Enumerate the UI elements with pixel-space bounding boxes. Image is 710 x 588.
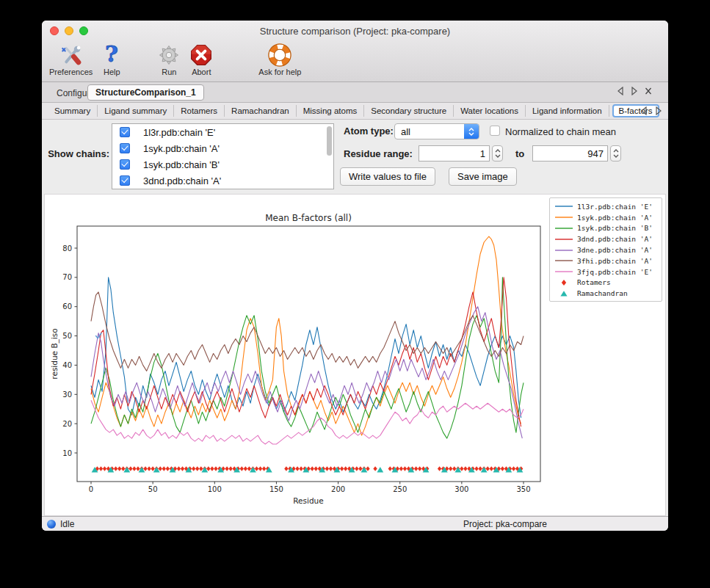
chain-list-item[interactable]: 1l3r.pdb:chain 'E': [112, 124, 333, 140]
write-values-button[interactable]: Write values to file: [340, 167, 435, 186]
chain-label: 1syk.pdb:chain 'A': [143, 143, 220, 154]
chevron-updown-icon: [464, 124, 479, 139]
abort-button[interactable]: Abort: [188, 43, 214, 76]
svg-text:Residue: Residue: [293, 496, 323, 505]
svg-text:200: 200: [331, 485, 345, 493]
atom-type-select[interactable]: all: [394, 123, 479, 139]
chain-checkbox[interactable]: [120, 159, 130, 170]
chain-checkbox[interactable]: [120, 143, 130, 153]
result-tab-bar: SummaryLigand summaryRotamersRamachandra…: [42, 103, 668, 120]
legend-entry: 1l3r.pdb:chain 'E': [554, 201, 658, 212]
tab-scroll-left-icon[interactable]: [617, 87, 624, 95]
status-indicator-icon: [47, 520, 56, 529]
tab-water-locations[interactable]: Water locations: [454, 105, 526, 117]
status-bar: Idle Project: pka-compare: [42, 516, 668, 531]
range-to-label: to: [515, 148, 524, 159]
svg-text:50: 50: [148, 485, 158, 493]
residue-range-to-input[interactable]: [533, 146, 607, 161]
preferences-button[interactable]: Preferences: [49, 43, 93, 76]
chain-checkbox[interactable]: [120, 175, 130, 186]
svg-text:300: 300: [454, 485, 468, 493]
residue-range-label: Residue range:: [344, 148, 413, 159]
tab-scroll-right-icon[interactable]: [631, 87, 638, 95]
legend-entry: 3dne.pdb:chain 'A': [554, 244, 658, 255]
tab-ligand-information[interactable]: Ligand information: [526, 105, 609, 117]
tab-structurecomparison-1[interactable]: StructureComparison_1: [87, 84, 204, 101]
subtab-scroll-right-icon[interactable]: [655, 106, 662, 115]
residue-range-from-wrap: [419, 145, 490, 161]
chain-label: 3dnd.pdb:chain 'A': [143, 175, 221, 186]
residue-range-from-input[interactable]: [419, 146, 489, 161]
tab-summary[interactable]: Summary: [48, 105, 98, 117]
tab-ramachandran[interactable]: Ramachandran: [225, 105, 297, 117]
gear-icon: [156, 43, 182, 68]
svg-text:80: 80: [62, 244, 72, 253]
legend-entry: 3fjq.pdb:chain 'E': [554, 266, 658, 277]
chain-checkbox[interactable]: [120, 127, 130, 137]
stop-icon: [188, 43, 214, 68]
svg-text:20: 20: [62, 420, 72, 428]
list-scrollbar[interactable]: [325, 125, 333, 189]
residue-from-stepper[interactable]: [492, 145, 503, 161]
help-button[interactable]: ? Help: [98, 43, 125, 76]
svg-text:100: 100: [208, 485, 222, 493]
toolbar-item-label: Ask for help: [258, 68, 301, 76]
svg-text:residue B_iso: residue B_iso: [50, 328, 59, 379]
plot-panel: Mean B-factors (all)Residueresidue B_iso…: [44, 194, 666, 516]
chain-label: 1syk.pdb:chain 'B': [143, 159, 220, 170]
window-title: Structure comparison (Project: pka-compa…: [42, 26, 668, 37]
svg-text:?: ?: [105, 43, 118, 67]
normalized-label: Normalized to chain mean: [505, 126, 616, 137]
toolbar-item-label: Preferences: [49, 68, 93, 76]
title-bar[interactable]: Structure comparison (Project: pka-compa…: [42, 21, 668, 42]
atom-type-value: all: [401, 126, 410, 137]
show-chains-list[interactable]: 1l3r.pdb:chain 'E'1syk.pdb:chain 'A'1syk…: [112, 123, 334, 189]
svg-text:30: 30: [62, 391, 72, 399]
legend-entry: 3dnd.pdb:chain 'A': [554, 233, 658, 244]
chain-list-item[interactable]: 3dnd.pdb:chain 'A': [112, 173, 333, 189]
toolbar-item-label: Help: [104, 68, 120, 76]
save-image-button[interactable]: Save image: [449, 167, 517, 186]
svg-text:10: 10: [62, 449, 72, 457]
residue-to-stepper[interactable]: [610, 145, 621, 161]
atom-type-label: Atom type:: [344, 126, 394, 137]
subtab-scroll-left-icon[interactable]: [640, 106, 648, 115]
svg-text:50: 50: [62, 332, 72, 340]
residue-range-to-wrap: [532, 145, 608, 161]
window-tab-bar: Configure StructureComparison_1: [42, 82, 668, 103]
controls-panel: Show chains: 1l3r.pdb:chain 'E'1syk.pdb:…: [42, 120, 668, 194]
svg-text:Mean B-factors (all): Mean B-factors (all): [265, 213, 352, 223]
svg-text:60: 60: [62, 302, 72, 311]
chart-legend: 1l3r.pdb:chain 'E'1syk.pdb:chain 'A'1syk…: [549, 197, 662, 302]
svg-text:250: 250: [393, 485, 407, 493]
legend-entry: 3fhi.pdb:chain 'A': [554, 255, 658, 266]
legend-entry: 1syk.pdb:chain 'B': [554, 223, 658, 234]
toolbar-item-label: Abort: [192, 68, 211, 76]
chain-list-item[interactable]: 1syk.pdb:chain 'A': [112, 140, 333, 156]
chain-label: 1l3r.pdb:chain 'E': [143, 127, 215, 138]
legend-entry: 1syk.pdb:chain 'A': [554, 212, 658, 223]
tools-icon: [58, 43, 84, 68]
app-window: Structure comparison (Project: pka-compa…: [42, 21, 668, 531]
normalized-checkbox[interactable]: [490, 126, 500, 136]
lifebuoy-icon: [267, 43, 293, 68]
run-button[interactable]: Run: [156, 43, 182, 76]
toolbar: Preferences ? Help: [49, 43, 307, 81]
svg-text:40: 40: [62, 361, 72, 369]
question-icon: ?: [98, 43, 125, 68]
ask-for-help-button[interactable]: Ask for help: [258, 43, 301, 76]
svg-text:150: 150: [269, 485, 283, 493]
tab-close-icon[interactable]: [645, 87, 652, 95]
legend-entry: Ramachandran: [554, 288, 658, 299]
svg-text:0: 0: [89, 485, 93, 493]
project-label: Project: pka-compare: [463, 519, 547, 529]
chain-list-item[interactable]: 1syk.pdb:chain 'B': [112, 156, 333, 173]
list-scrollbar-thumb[interactable]: [327, 126, 332, 156]
toolbar-item-label: Run: [162, 68, 176, 76]
tab-ligand-summary[interactable]: Ligand summary: [98, 105, 174, 117]
tab-secondary-structure[interactable]: Secondary structure: [364, 105, 454, 117]
svg-text:350: 350: [516, 485, 530, 493]
tab-missing-atoms[interactable]: Missing atoms: [297, 105, 365, 117]
svg-text:70: 70: [62, 273, 72, 281]
tab-rotamers[interactable]: Rotamers: [174, 105, 225, 117]
